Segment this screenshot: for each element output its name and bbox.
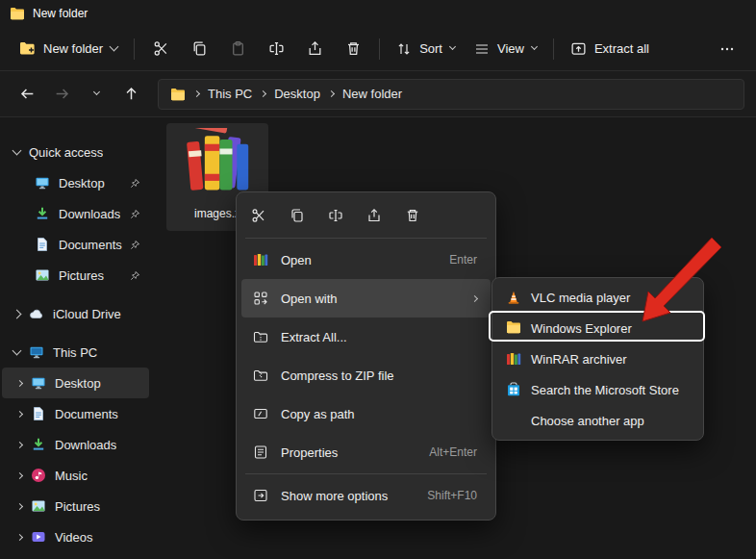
up-button[interactable] (115, 79, 146, 110)
paste-button[interactable] (218, 33, 257, 65)
breadcrumb-desktop[interactable]: Desktop (274, 87, 320, 101)
submenu-item-windows-explorer[interactable]: Windows Explorer (496, 313, 699, 343)
submenu-item-choose-another-app[interactable]: Choose another app (496, 405, 699, 436)
icloud-drive-label: iCloud Drive (53, 307, 121, 321)
new-folder-button[interactable]: New folder (10, 35, 127, 63)
menu-shortcut: Enter (449, 253, 477, 267)
desktop-icon (35, 175, 50, 191)
delete-button[interactable] (397, 200, 428, 231)
copy-path-icon (253, 406, 269, 422)
breadcrumb-this-pc[interactable]: This PC (208, 87, 252, 101)
submenu-item-winrar[interactable]: WinRAR archiver (496, 343, 699, 374)
toolbar-divider (134, 38, 135, 60)
menu-separator (245, 473, 487, 474)
see-more-icon (719, 41, 735, 57)
address-bar[interactable]: This PC Desktop New folder (158, 79, 744, 110)
sidebar-item-downloads[interactable]: Downloads (2, 198, 149, 229)
sidebar-section-quick-access[interactable]: Quick access (2, 137, 149, 167)
sidebar-item-label: Music (55, 469, 88, 483)
menu-shortcut: Shift+F10 (427, 489, 477, 502)
sort-button[interactable]: Sort (387, 35, 465, 64)
submenu-item-microsoft-store[interactable]: Search the Microsoft Store (496, 374, 699, 405)
winrar-icon (253, 252, 269, 268)
share-button[interactable] (359, 200, 390, 231)
menu-item-show-more-options[interactable]: Show more options Shift+F10 (241, 476, 491, 515)
chevron-down-icon (13, 145, 22, 155)
sidebar-item-documents[interactable]: Documents (2, 229, 149, 260)
breadcrumb-chevron-icon (260, 90, 266, 97)
zip-icon (253, 368, 269, 384)
recent-locations-button[interactable] (81, 79, 112, 110)
copy-button[interactable] (180, 33, 218, 65)
up-icon (123, 86, 139, 102)
view-button[interactable]: View (465, 35, 546, 64)
sidebar-item-pictures-this-pc[interactable]: Pictures (2, 491, 149, 521)
winrar-archive-icon (179, 128, 256, 199)
back-button[interactable] (12, 79, 42, 110)
sidebar-section-this-pc[interactable]: This PC (2, 337, 149, 368)
chevron-down-icon (449, 43, 456, 50)
desktop-icon (31, 375, 46, 391)
menu-item-properties[interactable]: Properties Alt+Enter (241, 433, 491, 471)
sidebar-item-label: Documents (55, 407, 118, 421)
location-folder-icon (170, 88, 186, 101)
delete-icon (405, 208, 420, 223)
sidebar-item-videos[interactable]: Videos (2, 521, 149, 552)
chevron-right-icon (16, 502, 23, 509)
chevron-down-icon (531, 43, 538, 50)
menu-item-open[interactable]: Open Enter (241, 241, 491, 279)
sidebar-item-desktop-this-pc[interactable]: Desktop (2, 368, 149, 398)
toolbar-divider (379, 38, 380, 60)
rename-button[interactable] (320, 200, 351, 231)
sidebar-item-documents-this-pc[interactable]: Documents (2, 398, 149, 429)
chevron-right-icon (16, 441, 23, 447)
menu-item-label: Open with (281, 292, 338, 306)
menu-item-compress-zip[interactable]: Compress to ZIP file (241, 356, 491, 394)
menu-item-label: Properties (281, 445, 338, 460)
delete-button[interactable] (334, 33, 372, 65)
sidebar-section-icloud-drive[interactable]: iCloud Drive (2, 298, 149, 329)
breadcrumb-chevron-icon (193, 90, 200, 97)
menu-item-extract-all[interactable]: Extract All... (241, 318, 491, 356)
file-name-label: images.z (194, 207, 240, 220)
videos-icon (31, 529, 46, 545)
pin-icon (130, 177, 140, 191)
sidebar-item-desktop[interactable]: Desktop (2, 167, 149, 198)
share-icon (307, 40, 323, 57)
rename-button[interactable] (257, 33, 295, 65)
menu-item-label: Open (281, 253, 312, 267)
blank-icon-spacer (506, 413, 521, 428)
cut-button[interactable] (141, 33, 180, 65)
sidebar-item-downloads-this-pc[interactable]: Downloads (2, 429, 149, 460)
cut-icon (153, 40, 169, 57)
chevron-down-icon (92, 89, 99, 95)
toolbar: New folder Sort (0, 27, 756, 71)
breadcrumb-new-folder[interactable]: New folder (342, 87, 402, 101)
sidebar-item-pictures[interactable]: Pictures (2, 260, 149, 291)
sidebar: Quick access Desktop Downloads Docum (0, 117, 151, 559)
cut-button[interactable] (243, 200, 274, 231)
sidebar-item-label: Desktop (55, 376, 101, 391)
menu-item-label: Copy as path (281, 407, 355, 421)
menu-shortcut: Alt+Enter (429, 445, 477, 459)
copy-icon (290, 208, 305, 223)
window-folder-icon (10, 7, 25, 20)
context-menu-icon-row (241, 197, 491, 236)
forward-button[interactable] (46, 79, 77, 110)
sidebar-item-music[interactable]: Music (2, 460, 149, 491)
sidebar-item-label: Desktop (59, 176, 105, 191)
extract-icon (253, 329, 269, 345)
extract-all-button[interactable]: Extract all (561, 34, 659, 64)
extract-all-icon (570, 40, 587, 57)
menu-item-copy-as-path[interactable]: Copy as path (241, 394, 491, 433)
rename-icon (328, 208, 343, 223)
new-folder-label: New folder (43, 41, 103, 56)
submenu-item-vlc[interactable]: VLC media player (496, 282, 699, 313)
pin-icon (130, 208, 140, 222)
share-button[interactable] (295, 33, 334, 65)
menu-item-open-with[interactable]: Open with (241, 279, 491, 318)
submenu-item-label: Windows Explorer (531, 321, 632, 336)
copy-button[interactable] (282, 200, 313, 231)
toolbar-divider (553, 38, 554, 60)
see-more-button[interactable] (708, 33, 746, 65)
